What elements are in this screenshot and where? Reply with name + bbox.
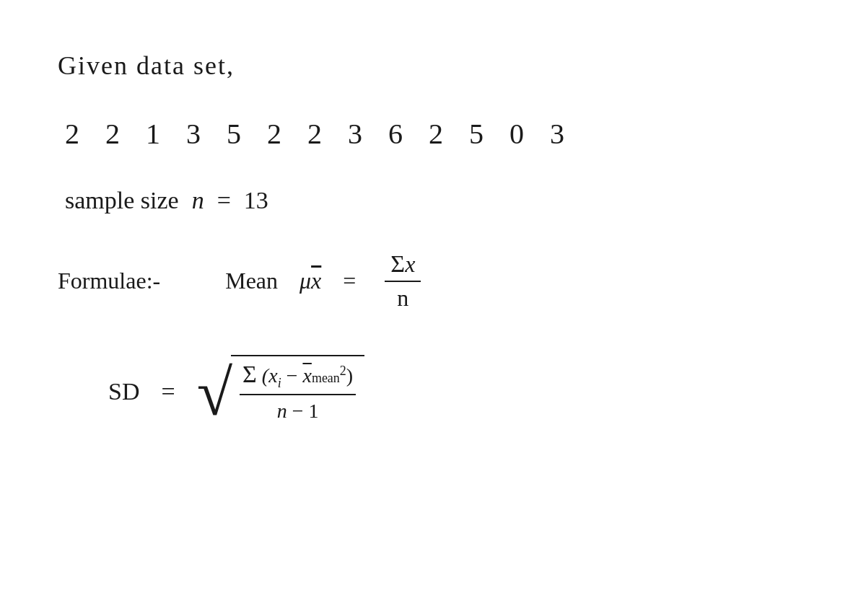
formulae-heading: Formulae:- <box>58 268 160 294</box>
sample-size-variable: n <box>192 187 204 214</box>
sd-n: n <box>277 400 287 422</box>
sd-formula-row: SD = √ Σ (xi − xmean2) n − 1 <box>108 355 823 428</box>
sample-size-value: 13 <box>244 187 268 214</box>
data-value-9: 6 <box>388 117 407 151</box>
sd-numerator: Σ (xi − xmean2) <box>240 361 356 395</box>
mean-label: Mean <box>225 268 278 294</box>
sd-squared: 2 <box>340 364 346 378</box>
data-value-1: 2 <box>65 117 84 151</box>
sample-size-label: sample size <box>65 187 179 214</box>
mean-fraction-numerator: Σx <box>385 250 421 282</box>
sigma-sd-icon: Σ <box>242 361 257 387</box>
sample-size-row: sample size n = 13 <box>65 187 823 214</box>
sd-sqrt-container: √ Σ (xi − xmean2) n − 1 <box>197 355 365 428</box>
data-value-5: 5 <box>227 117 245 151</box>
sd-xi: (x <box>262 364 278 387</box>
mean-lhs: μx <box>299 268 321 294</box>
data-value-10: 2 <box>429 117 447 151</box>
dataset-row: 2 2 1 3 5 2 2 3 6 2 5 0 3 <box>65 117 823 151</box>
mean-fraction: Σx n <box>385 250 421 312</box>
sd-minus: − <box>287 364 303 387</box>
page-heading: Given data set, <box>58 50 823 81</box>
data-value-3: 1 <box>146 117 165 151</box>
mean-x: x <box>405 251 415 277</box>
sd-xmean: x <box>302 364 311 387</box>
mean-equals: = <box>343 268 356 294</box>
sample-size-equals: = <box>217 187 231 214</box>
data-value-4: 3 <box>186 117 205 151</box>
data-value-12: 0 <box>509 117 528 151</box>
mean-fraction-denominator: n <box>391 282 414 312</box>
data-value-6: 2 <box>267 117 286 151</box>
formulae-section: Formulae:- Mean μx = Σx n SD = √ <box>51 250 823 428</box>
sd-equals: = <box>161 378 175 405</box>
sd-close-paren: ) <box>346 364 353 387</box>
data-value-11: 5 <box>469 117 488 151</box>
sqrt-icon: √ <box>197 355 232 428</box>
sd-label: SD <box>108 378 139 405</box>
data-value-7: 2 <box>307 117 326 151</box>
sigma-icon: Σ <box>390 250 405 277</box>
data-value-8: 3 <box>348 117 367 151</box>
sd-denom-minus: − 1 <box>292 400 319 422</box>
data-value-2: 2 <box>105 117 124 151</box>
sd-denominator: n − 1 <box>277 395 319 423</box>
mean-formula-row: Formulae:- Mean μx = Σx n <box>58 250 823 312</box>
sd-fraction: Σ (xi − xmean2) n − 1 <box>231 355 364 428</box>
data-value-13: 3 <box>550 117 569 151</box>
